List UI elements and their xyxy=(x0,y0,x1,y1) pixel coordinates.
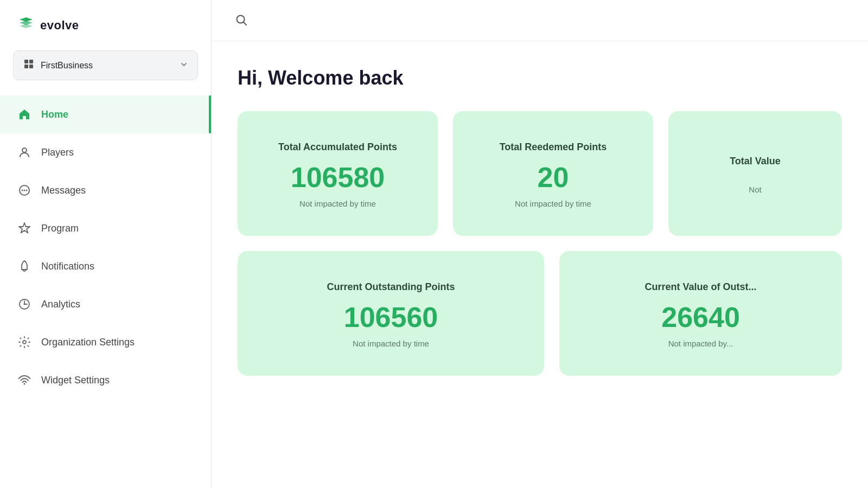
dashboard-body: Hi, Welcome back Total Accumulated Point… xyxy=(212,41,868,488)
svg-point-13 xyxy=(24,383,25,385)
stat-card-redeemed-points: Total Reedemed Points 20 Not impacted by… xyxy=(453,111,653,236)
org-icon xyxy=(23,59,34,72)
sidebar-item-messages-label: Messages xyxy=(41,185,86,196)
logo-area: evolve xyxy=(0,0,211,46)
sidebar-item-home[interactable]: Home xyxy=(0,95,211,133)
home-icon xyxy=(17,107,31,121)
topbar xyxy=(212,0,868,41)
bell-icon xyxy=(17,259,31,273)
sidebar-item-players-label: Players xyxy=(41,147,74,158)
stat-card-total-value-title: Total Value xyxy=(730,155,781,168)
main-content: Hi, Welcome back Total Accumulated Point… xyxy=(212,0,868,488)
sidebar-item-notifications-label: Notifications xyxy=(41,261,94,272)
org-name: FirstBusiness xyxy=(41,61,174,70)
svg-rect-2 xyxy=(24,65,28,68)
svg-line-15 xyxy=(244,22,247,25)
stat-card-total-value-sub: Not xyxy=(749,185,761,194)
welcome-heading: Hi, Welcome back xyxy=(238,67,842,89)
stats-row-2: Current Outstanding Points 106560 Not im… xyxy=(238,251,842,376)
stat-card-redeemed-value: 20 xyxy=(538,163,569,191)
stat-card-outstanding-value: 106560 xyxy=(344,303,438,331)
svg-point-4 xyxy=(22,148,27,152)
chat-icon xyxy=(17,183,31,197)
sidebar-item-analytics[interactable]: Analytics xyxy=(0,285,211,323)
chart-icon xyxy=(17,297,31,311)
svg-rect-0 xyxy=(24,60,28,63)
org-selector-wrapper: FirstBusiness xyxy=(0,46,211,91)
wifi-icon xyxy=(17,373,31,387)
stat-card-redeemed-sub: Not impacted by time xyxy=(515,199,591,208)
stat-card-accumulated-points: Total Accumulated Points 106580 Not impa… xyxy=(238,111,438,236)
stat-card-current-value-value: 26640 xyxy=(661,303,740,331)
sidebar-item-widget-settings[interactable]: Widget Settings xyxy=(0,361,211,399)
sidebar-item-org-settings-label: Organization Settings xyxy=(41,337,135,348)
stat-card-redeemed-title: Total Reedemed Points xyxy=(500,141,607,153)
stat-card-accumulated-title: Total Accumulated Points xyxy=(278,141,397,153)
stat-card-current-value: Current Value of Outst... 26640 Not impa… xyxy=(559,251,842,376)
sidebar-item-analytics-label: Analytics xyxy=(41,299,80,310)
search-button[interactable] xyxy=(233,12,250,28)
sidebar-item-program[interactable]: Program xyxy=(0,209,211,247)
stat-card-current-value-sub: Not impacted by... xyxy=(668,339,733,348)
svg-rect-1 xyxy=(29,60,33,63)
sidebar-item-messages[interactable]: Messages xyxy=(0,171,211,209)
logo-text: evolve xyxy=(40,18,79,33)
sidebar-item-notifications[interactable]: Notifications xyxy=(0,247,211,285)
stat-card-outstanding-points: Current Outstanding Points 106560 Not im… xyxy=(238,251,544,376)
sidebar-item-widget-settings-label: Widget Settings xyxy=(41,375,110,386)
gear-icon xyxy=(17,335,31,349)
sidebar-item-players[interactable]: Players xyxy=(0,133,211,171)
stats-row-1: Total Accumulated Points 106580 Not impa… xyxy=(238,111,842,236)
svg-point-7 xyxy=(24,190,25,191)
sidebar: evolve FirstBusiness xyxy=(0,0,212,488)
stat-card-accumulated-sub: Not impacted by time xyxy=(299,199,376,208)
sidebar-item-org-settings[interactable]: Organization Settings xyxy=(0,323,211,361)
stat-card-outstanding-sub: Not impacted by time xyxy=(353,339,429,348)
svg-rect-3 xyxy=(29,65,33,68)
star-icon xyxy=(17,221,31,235)
org-selector[interactable]: FirstBusiness xyxy=(13,50,198,80)
stat-card-outstanding-title: Current Outstanding Points xyxy=(327,281,455,293)
svg-point-11 xyxy=(24,304,25,305)
person-icon xyxy=(17,145,31,159)
sidebar-item-program-label: Program xyxy=(41,223,79,234)
svg-point-8 xyxy=(26,190,28,191)
stat-card-accumulated-value: 106580 xyxy=(291,163,385,191)
stat-card-current-value-title: Current Value of Outst... xyxy=(645,281,757,293)
logo-icon xyxy=(17,15,35,35)
chevron-down-icon xyxy=(180,61,188,70)
sidebar-item-home-label: Home xyxy=(41,109,68,120)
svg-point-6 xyxy=(22,190,23,191)
svg-point-12 xyxy=(23,341,26,344)
nav-list: Home Players Messages xyxy=(0,91,211,488)
stat-card-total-value: Total Value Not xyxy=(668,111,842,236)
